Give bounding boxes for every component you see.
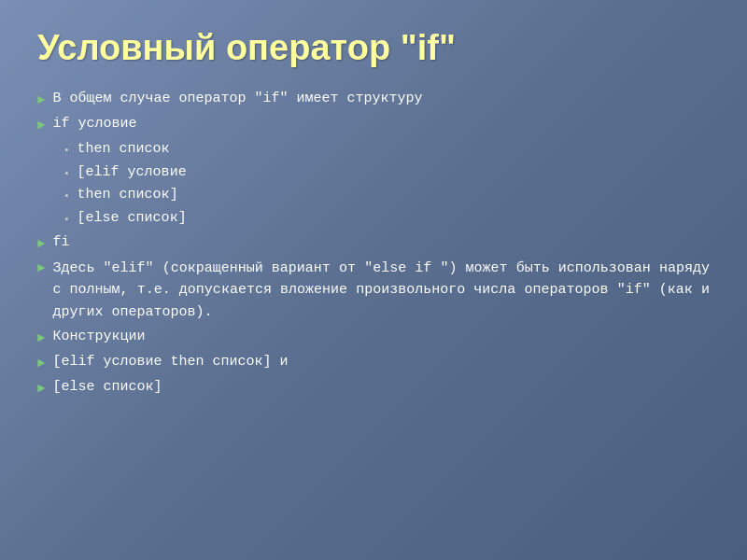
slide: Условный оператор "if" ► В общем случае … xyxy=(0,0,747,560)
arrow-icon: ► xyxy=(37,379,45,399)
list-item: ► В общем случае оператор "if" имеет стр… xyxy=(37,89,710,110)
list-item: ▪ then список xyxy=(63,139,710,161)
arrow-icon: ► xyxy=(37,354,45,373)
bullet-text: fi xyxy=(52,232,69,254)
arrow-icon: ► xyxy=(37,91,45,110)
list-item: ▪ [else список] xyxy=(63,208,710,230)
sub-text: [elif условие xyxy=(78,162,187,184)
bullet-text: Конструкции xyxy=(52,327,145,348)
sub-text: then список xyxy=(78,139,170,161)
sub-items-group: ▪ then список ▪ [elif условие ▪ then спи… xyxy=(63,139,710,229)
content-area: ► В общем случае оператор "if" имеет стр… xyxy=(37,89,710,399)
list-item: ► [elif условие then список] и xyxy=(37,352,710,373)
list-item: ► [else список] xyxy=(37,377,710,399)
list-item: ► Здесь "elif" (сокращенный вариант от "… xyxy=(37,258,710,323)
list-item: ► Конструкции xyxy=(37,327,710,348)
arrow-icon: ► xyxy=(37,329,45,348)
arrow-icon: ► xyxy=(37,116,45,135)
bullet-text: if условие xyxy=(52,114,136,135)
list-item: ▪ [elif условие xyxy=(63,162,710,184)
square-icon: ▪ xyxy=(63,143,70,159)
square-icon: ▪ xyxy=(63,212,70,228)
square-icon: ▪ xyxy=(63,189,70,204)
bullet-text: [else список] xyxy=(52,377,162,399)
arrow-icon: ► xyxy=(37,259,45,278)
list-item: ► if условие xyxy=(37,114,710,135)
list-item: ▪ then список] xyxy=(63,185,710,206)
bullet-text: Здесь "elif" (сокращенный вариант от "el… xyxy=(52,258,710,323)
list-item: ► fi xyxy=(37,232,710,254)
sub-text: then список] xyxy=(78,185,178,206)
bullet-text: [elif условие then список] и xyxy=(52,352,288,373)
square-icon: ▪ xyxy=(63,166,70,182)
bullet-text: В общем случае оператор "if" имеет струк… xyxy=(52,89,422,110)
slide-title: Условный оператор "if" xyxy=(37,28,710,68)
arrow-icon: ► xyxy=(37,234,45,254)
sub-text: [else список] xyxy=(78,208,187,230)
